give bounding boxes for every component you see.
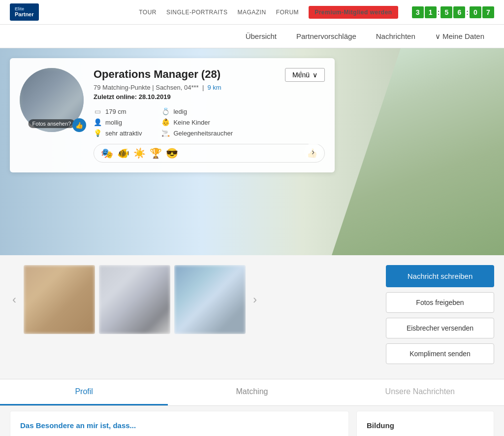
- avatar-area: Fotos ansehen? 👍: [20, 68, 84, 132]
- profile-online: Zuletzt online: 28.10.2019: [94, 93, 325, 101]
- logo-area: Elite Partner: [10, 3, 39, 21]
- timer-digit-1: 1: [425, 6, 437, 18]
- smoking-icon: 🚬: [161, 129, 169, 137]
- photos-section: ‹ ›: [10, 265, 361, 334]
- children-icon: 👶: [161, 118, 169, 126]
- bildung-section: Bildung Beruf: Operations Manager: [356, 411, 494, 436]
- profile-card-top: Fotos ansehen? 👍 Operations Manager (28)…: [20, 68, 325, 163]
- emoji-list: 🎭 🐠 ☀️ 🏆 😎: [101, 147, 178, 159]
- profile-section-title: Das Besondere an mir ist, dass...: [20, 421, 339, 430]
- attr-build: 👤 mollig: [94, 118, 142, 126]
- nav-single-portraits[interactable]: SINGLE-PORTRAITS: [166, 9, 227, 16]
- online-label: Zuletzt online: 28.10.2019: [94, 93, 171, 101]
- premium-button[interactable]: Premium-Mitglied werden: [309, 6, 398, 19]
- profile-header-row: Operations Manager (28) Menü ∨: [94, 68, 325, 82]
- avatar-like-icon: 👍: [72, 118, 86, 132]
- photo-thumb-1[interactable]: [24, 265, 95, 334]
- tabs-section: Profil Matching Unsere Nachrichten: [0, 379, 504, 406]
- attr-appearance-value: sehr attraktiv: [105, 130, 142, 137]
- kompliment-senden-button[interactable]: Kompliment senden: [386, 343, 494, 364]
- action-buttons: Nachricht schreiben Fotos freigeben Eisb…: [386, 265, 494, 364]
- timer: 3 1 : 5 6 : 0 7: [412, 6, 494, 18]
- appearance-icon: 💡: [94, 129, 101, 137]
- profile-card: Fotos ansehen? 👍 Operations Manager (28)…: [10, 58, 335, 172]
- emoji-0: 🎭: [101, 147, 113, 159]
- main-navigation: Übersicht Partnervorschläge Nachrichten …: [0, 25, 504, 48]
- nav-ubersicht[interactable]: Übersicht: [246, 32, 277, 40]
- eisbrecher-versenden-button[interactable]: Eisbrecher versenden: [386, 318, 494, 338]
- status-icon: 💍: [161, 107, 169, 115]
- photos-prev-arrow[interactable]: ‹: [10, 293, 19, 306]
- attr-col-left: ▭ 179 cm 👤 mollig 💡 sehr attraktiv: [94, 107, 142, 137]
- timer-sep-1: :: [466, 8, 469, 16]
- attr-col-right: 💍 ledig 👶 Keine Kinder 🚬 Gelegenheitsrau…: [161, 107, 233, 137]
- profile-matching-subtitle: 79 Matching-Punkte | Sachsen, 04***: [94, 84, 199, 91]
- logo: Elite Partner: [10, 3, 39, 21]
- emoji-4: 😎: [166, 147, 178, 159]
- timer-digit-3: 6: [453, 6, 465, 18]
- profile-left-section: Das Besondere an mir ist, dass... ich vo…: [10, 411, 349, 436]
- fotos-freigeben-button[interactable]: Fotos freigeben: [386, 292, 494, 313]
- timer-digit-0: 3: [412, 6, 424, 18]
- hero-next-arrow[interactable]: ›: [304, 143, 322, 161]
- attr-appearance: 💡 sehr attraktiv: [94, 129, 142, 137]
- logo-sub: Elite: [15, 6, 34, 12]
- nav-partnervorschlage[interactable]: Partnervorschläge: [296, 32, 356, 40]
- emoji-3: 🏆: [150, 147, 162, 159]
- top-links: TOUR SINGLE-PORTRAITS MAGAZIN FORUM Prem…: [139, 6, 494, 19]
- photos-grid: [24, 265, 246, 334]
- attr-smoking-value: Gelegenheitsraucher: [173, 130, 233, 137]
- attr-build-value: mollig: [105, 119, 122, 126]
- nav-nachrichten[interactable]: Nachrichten: [376, 32, 415, 40]
- attr-smoking: 🚬 Gelegenheitsraucher: [161, 129, 233, 137]
- avatar-label[interactable]: Fotos ansehen?: [29, 119, 75, 128]
- attr-status-value: ledig: [173, 108, 187, 115]
- attr-children: 👶 Keine Kinder: [161, 118, 233, 126]
- emoji-2: ☀️: [133, 147, 146, 159]
- photo-thumb-2[interactable]: [99, 265, 170, 334]
- profile-distance: 9 km: [208, 84, 221, 91]
- attr-height: ▭ 179 cm: [94, 107, 142, 115]
- tab-unsere-nachrichten[interactable]: Unsere Nachrichten: [336, 379, 504, 405]
- nachricht-schreiben-button[interactable]: Nachricht schreiben: [386, 265, 494, 287]
- timer-sep-0: :: [438, 8, 440, 16]
- attr-status: 💍 ledig: [161, 107, 233, 115]
- bildung-title: Bildung: [367, 421, 484, 430]
- nav-forum[interactable]: FORUM: [276, 9, 299, 16]
- profile-name: Operations Manager (28): [94, 68, 220, 81]
- nav-magazin[interactable]: MAGAZIN: [237, 9, 266, 16]
- tab-matching[interactable]: Matching: [168, 379, 336, 405]
- photos-next-arrow[interactable]: ›: [251, 293, 259, 306]
- top-navigation: Elite Partner TOUR SINGLE-PORTRAITS MAGA…: [0, 0, 504, 25]
- emoji-1: 🐠: [117, 147, 129, 159]
- menu-arrow-icon: ∨: [313, 71, 317, 79]
- height-icon: ▭: [94, 107, 101, 115]
- nav-meine-daten[interactable]: ∨ Meine Daten: [435, 32, 484, 41]
- build-icon: 👤: [94, 118, 101, 126]
- attr-height-value: 179 cm: [105, 108, 126, 115]
- tab-profil[interactable]: Profil: [0, 379, 168, 405]
- hero-area: Fotos ansehen? 👍 Operations Manager (28)…: [0, 48, 504, 255]
- timer-digit-5: 7: [482, 6, 494, 18]
- profile-subtitle: 79 Matching-Punkte | Sachsen, 04*** | 9 …: [94, 84, 325, 91]
- emoji-bar: 🎭 🐠 ☀️ 🏆 😎 👍: [94, 144, 325, 163]
- attr-children-value: Keine Kinder: [173, 119, 210, 126]
- profile-info: Operations Manager (28) Menü ∨ 79 Matchi…: [94, 68, 325, 163]
- nav-tour[interactable]: TOUR: [139, 9, 157, 16]
- bookmark-star-icon[interactable]: ✦: [296, 68, 305, 81]
- tabs-bar: Profil Matching Unsere Nachrichten: [0, 379, 504, 406]
- photo-thumb-3[interactable]: [174, 265, 246, 334]
- profile-attributes: ▭ 179 cm 👤 mollig 💡 sehr attraktiv: [94, 107, 325, 137]
- timer-digit-4: 0: [470, 6, 481, 18]
- timer-digit-2: 5: [441, 6, 452, 18]
